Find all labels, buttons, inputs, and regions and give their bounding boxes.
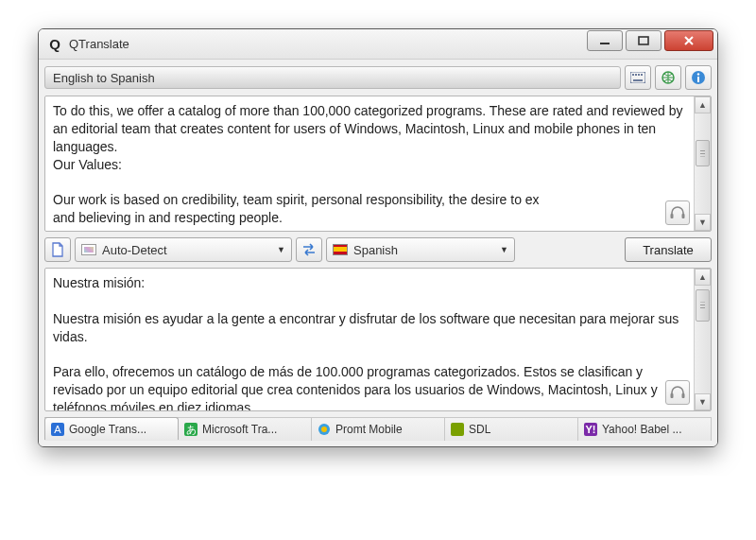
language-bar: English to Spanish [44,65,712,90]
google-icon: A [51,423,64,436]
svg-rect-5 [638,74,640,76]
tab-label: Yahoo! Babel ... [602,423,682,436]
svg-rect-0 [600,43,610,44]
window-title: QTranslate [69,37,587,51]
scroll-track[interactable] [695,286,711,393]
microsoft-icon: あ [184,423,198,436]
chevron-down-icon: ▼ [500,245,508,254]
minimize-icon [599,35,610,46]
svg-rect-6 [641,74,643,76]
tab-label: Promt Mobile [335,423,403,436]
scroll-up-icon[interactable]: ▲ [695,269,711,286]
maximize-button[interactable] [626,30,662,51]
scroll-thumb[interactable] [696,140,710,166]
speak-target-button[interactable] [665,380,690,405]
app-icon: Q [46,36,63,53]
app-window: Q QTranslate English to Spanish [38,28,718,447]
content-area: English to Spanish [39,60,717,446]
source-pane: To do this, we offer a catalog of more t… [44,96,712,232]
svg-rect-3 [632,74,634,76]
close-button[interactable] [664,30,713,51]
headphones-icon [669,385,686,400]
dictionary-button[interactable] [655,65,681,90]
keyboard-button[interactable] [625,65,651,90]
tab-label: SDL [469,423,490,436]
speak-source-button[interactable] [665,200,690,225]
service-tabs: A Google Trans... あ Microsoft Tra... Pro… [44,417,712,441]
scroll-track[interactable] [695,113,711,214]
translate-button[interactable]: Translate [625,237,712,262]
titlebar[interactable]: Q QTranslate [39,29,717,60]
info-button[interactable] [685,65,712,90]
svg-rect-7 [633,79,643,81]
tab-yahoo[interactable]: Y! Yahoo! Babel ... [578,418,712,441]
svg-rect-15 [682,393,685,398]
target-language-label: Spanish [353,243,398,257]
chevron-down-icon: ▼ [277,245,285,254]
swap-icon [301,243,317,256]
sdl-icon [451,423,464,436]
target-pane: Nuestra misión: Nuestra misión es ayudar… [44,268,712,411]
document-icon [51,242,64,257]
svg-rect-13 [682,214,685,218]
promt-icon [318,423,331,436]
close-icon [683,35,695,46]
tab-label: Google Trans... [69,423,146,436]
source-language-label: Auto-Detect [102,243,167,257]
svg-rect-14 [671,393,674,398]
spain-flag-icon [333,244,348,255]
target-scrollbar[interactable]: ▲ ▼ [694,269,711,410]
yahoo-icon: Y! [584,423,597,436]
controls-bar: Auto-Detect ▼ Spanish ▼ Translate [44,237,712,262]
auto-flag-icon [81,244,96,255]
source-language-dropdown[interactable]: Auto-Detect ▼ [75,237,292,262]
svg-point-10 [697,73,699,75]
svg-rect-11 [697,77,699,82]
tab-google[interactable]: A Google Trans... [44,417,179,440]
tab-sdl[interactable]: SDL [445,418,578,441]
globe-icon [661,70,676,85]
swap-languages-button[interactable] [296,237,322,262]
tab-microsoft[interactable]: あ Microsoft Tra... [179,418,312,441]
language-direction: English to Spanish [44,66,621,89]
minimize-button[interactable] [587,30,623,51]
scroll-down-icon[interactable]: ▼ [695,393,711,410]
svg-rect-1 [639,37,648,44]
svg-rect-12 [671,214,674,218]
maximize-icon [638,35,649,46]
target-text-area[interactable]: Nuestra misión: Nuestra misión es ayudar… [45,269,711,410]
svg-rect-4 [635,74,637,76]
source-text-area[interactable]: To do this, we offer a catalog of more t… [45,96,711,231]
source-scrollbar[interactable]: ▲ ▼ [694,96,711,231]
info-icon [691,70,706,85]
scroll-down-icon[interactable]: ▼ [695,214,711,231]
headphones-icon [669,205,686,220]
target-language-dropdown[interactable]: Spanish ▼ [326,237,515,262]
clear-button[interactable] [44,237,71,262]
tab-promt[interactable]: Promt Mobile [312,418,445,441]
svg-rect-2 [630,72,645,83]
keyboard-icon [630,72,645,83]
tab-label: Microsoft Tra... [202,423,277,436]
svg-point-17 [321,427,327,432]
window-controls [587,29,717,59]
scroll-thumb[interactable] [696,289,710,322]
scroll-up-icon[interactable]: ▲ [695,96,711,113]
